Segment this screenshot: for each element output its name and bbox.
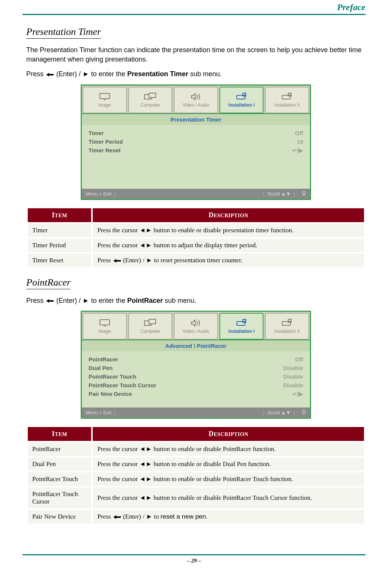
bulb-icon <box>302 410 306 415</box>
osd-row-label: Timer Reset <box>89 147 121 154</box>
osd-row-label: Timer Period <box>89 138 123 145</box>
table-row: Pair New Device Press (Enter) / ► to res… <box>28 510 364 523</box>
divider: | <box>263 410 264 415</box>
osd-tab-label: Video / Audio <box>183 102 209 108</box>
text-fragment: (Enter) / ► to enter the <box>54 70 127 78</box>
osd-statusbar: Menu = Exit | | Scroll ▲▼ | <box>82 408 310 418</box>
text-fragment: sub menu. <box>163 297 196 304</box>
th-item: ITEM <box>28 427 91 441</box>
divider: | <box>114 191 116 197</box>
svg-rect-0 <box>100 93 110 99</box>
osd-row-value: Disable <box>283 365 303 371</box>
table-row: PointRacer Touch Cursor Press the cursor… <box>28 487 364 508</box>
text-strong: Presentation Timer <box>127 70 188 78</box>
osd-row-value: Off <box>295 130 303 136</box>
svg-point-22 <box>302 410 305 413</box>
section1-para1: The Presentation Timer function can indi… <box>26 45 365 64</box>
osd-tab-label: Installation II <box>274 329 299 334</box>
td-item: Timer Reset <box>28 254 91 267</box>
osd-row-touch: PointRacer TouchDisable <box>89 372 303 381</box>
table-row: PointRacer Press the cursor ◄► button to… <box>28 442 364 456</box>
td-item: Timer Period <box>28 239 91 252</box>
osd-row-value: Disable <box>283 382 303 388</box>
text-strong: PointRacer <box>127 297 163 304</box>
td-item: Dual Pen <box>28 457 91 471</box>
td-item: PointRacer <box>28 442 91 456</box>
td-description: Press the cursor ◄► button to enable or … <box>93 487 364 508</box>
section-heading-presentation-timer: Presentation Timer <box>26 26 101 39</box>
osd-tab-installation-1: 1 Installation I <box>220 313 264 340</box>
td-item: PointRacer Touch Cursor <box>28 487 91 508</box>
osd-row-label: Pair New Device <box>89 391 132 397</box>
th-description: DESCRIPTION <box>93 427 364 441</box>
text-fragment: (Enter) / ► to <box>122 513 161 520</box>
projector-icon: 2 <box>280 318 294 328</box>
osd-row-timer-period: Timer Period10 <box>89 137 303 146</box>
osd-menu-pointracer: Image Computer Video / Audio 1 Installat… <box>81 311 311 419</box>
osd-tab-video-audio: Video / Audio <box>174 313 218 340</box>
osd-row-value: ↵/▶ <box>292 391 303 397</box>
speaker-icon <box>189 92 203 102</box>
text-fragment: (Enter) / ► to enter the <box>54 297 127 304</box>
enter-icon <box>45 298 54 304</box>
svg-rect-11 <box>303 194 305 195</box>
osd-row-label: Timer <box>89 130 104 136</box>
osd-row-pair: Pair New Device↵/▶ <box>89 389 303 399</box>
osd-statusbar: Menu = Exit | | Scroll ▲▼ | <box>82 189 310 199</box>
svg-rect-3 <box>149 93 156 98</box>
svg-text:1: 1 <box>244 319 246 322</box>
osd-status-scroll: Scroll ▲▼ <box>268 410 291 415</box>
osd-status-menu-exit: Menu = Exit <box>86 191 111 197</box>
th-item: ITEM <box>28 208 91 222</box>
osd-tab-row: Image Computer Video / Audio 1 Installat… <box>82 86 310 113</box>
td-description: Press the cursor ◄► button to enable or … <box>93 442 364 456</box>
table-row: Dual Pen Press the cursor ◄► button to e… <box>28 457 364 471</box>
header-preface: Preface <box>23 2 365 12</box>
osd-tab-image: Image <box>83 313 127 340</box>
osd-tab-row: Image Computer Video / Audio 1 Installat… <box>82 312 310 340</box>
td-item: Pair New Device <box>28 510 91 523</box>
osd-row-value: ↵/▶ <box>292 147 303 154</box>
osd-tab-image: Image <box>83 87 127 113</box>
monitor-icon <box>98 92 111 102</box>
svg-text:2: 2 <box>289 93 291 96</box>
table-row: Timer Press the cursor ◄► button to enab… <box>28 224 364 237</box>
table-row: PointRacer Touch Press the cursor ◄► but… <box>28 472 364 486</box>
osd-tab-computer: Computer <box>128 313 173 340</box>
osd-tab-installation-2: 2 Installation II <box>265 87 309 113</box>
osd-tab-label: Image <box>98 102 111 108</box>
osd-tab-label: Installation II <box>274 102 299 108</box>
projector-icon: 1 <box>235 318 248 328</box>
text-fragment: Press <box>26 297 45 304</box>
osd-tab-installation-1: 1 Installation I <box>220 87 264 113</box>
osd-status-menu-exit: Menu = Exit <box>86 410 111 415</box>
td-item: Timer <box>28 224 91 237</box>
projector-icon: 2 <box>280 92 294 102</box>
th-description: DESCRIPTION <box>93 208 364 222</box>
osd-menu-body: TimerOff Timer Period10 Timer Reset↵/▶ <box>82 125 310 189</box>
osd-row-value: 10 <box>297 138 303 145</box>
table-header-row: ITEM DESCRIPTION <box>28 208 364 222</box>
svg-point-10 <box>302 191 305 194</box>
osd-tab-label: Computer <box>140 102 160 108</box>
divider: | <box>263 191 264 197</box>
monitor-icon <box>98 318 111 328</box>
section2-para: Press (Enter) / ► to enter the PointRace… <box>26 296 365 305</box>
svg-rect-13 <box>104 326 106 326</box>
td-description: Press (Enter) / ► to reset presentation … <box>93 254 364 267</box>
text-fragment: (Enter) / ► to reset presentation timer … <box>122 257 242 264</box>
enter-icon <box>113 514 122 520</box>
svg-rect-12 <box>100 320 110 325</box>
divider: | <box>294 191 295 197</box>
bulb-icon <box>302 191 306 196</box>
osd-row-label: PointRacer <box>89 356 118 362</box>
osd-tab-label: Installation I <box>229 102 255 108</box>
osd-tab-installation-2: 2 Installation II <box>265 313 309 340</box>
svg-text:1: 1 <box>244 93 246 96</box>
projector-icon: 1 <box>235 92 248 102</box>
osd-tab-video-audio: Video / Audio <box>174 87 218 113</box>
computer-icon <box>143 318 157 328</box>
td-description: Press the cursor ◄► button to enable or … <box>93 457 364 471</box>
td-item: PointRacer Touch <box>28 472 91 486</box>
osd-tab-label: Video / Audio <box>183 329 209 334</box>
